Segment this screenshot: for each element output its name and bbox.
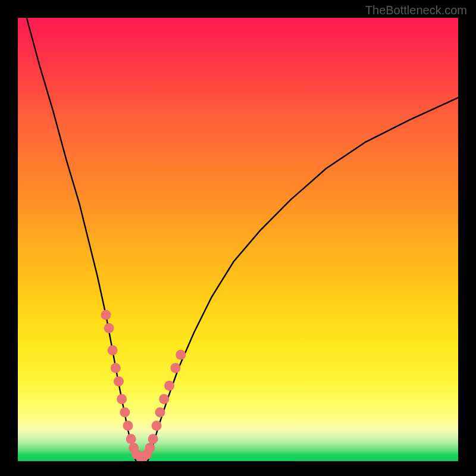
svg-point-2 [108, 345, 118, 355]
svg-point-3 [111, 363, 121, 373]
svg-point-18 [159, 394, 169, 404]
svg-point-0 [101, 310, 111, 320]
svg-point-16 [152, 421, 162, 431]
svg-point-19 [164, 381, 174, 391]
svg-point-15 [148, 434, 158, 444]
chart-svg [18, 18, 458, 461]
svg-point-8 [126, 434, 136, 444]
svg-point-21 [176, 350, 186, 360]
chart-plot-area [18, 18, 458, 461]
svg-point-20 [170, 363, 180, 373]
scatter-dots [101, 310, 186, 461]
svg-point-17 [155, 408, 165, 418]
curve-lines [27, 18, 458, 461]
watermark-text: TheBottleneck.com [365, 4, 467, 17]
svg-point-7 [123, 421, 133, 431]
svg-point-6 [120, 408, 130, 418]
svg-point-5 [117, 394, 127, 404]
svg-point-1 [104, 323, 114, 333]
svg-point-4 [114, 376, 124, 386]
svg-point-14 [145, 443, 155, 453]
